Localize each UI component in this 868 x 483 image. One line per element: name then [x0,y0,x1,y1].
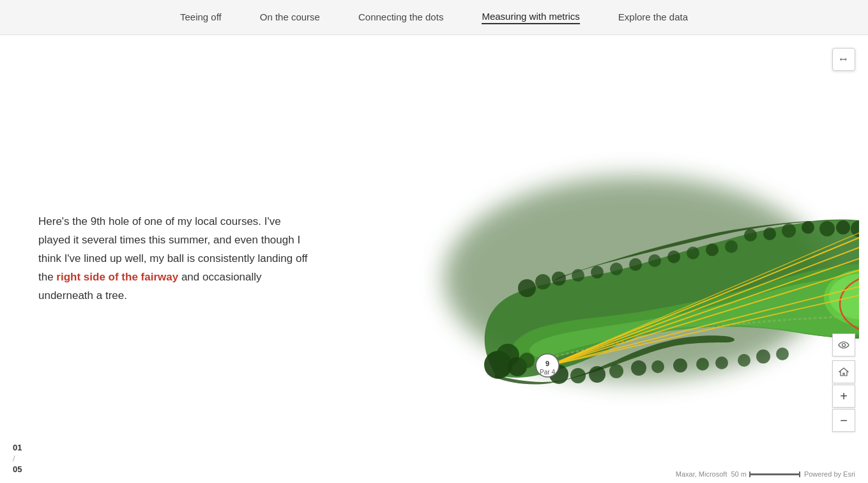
svg-point-9 [836,220,850,234]
svg-point-49 [706,243,719,256]
zoom-in-button[interactable]: + [832,385,855,408]
svg-point-47 [667,250,680,263]
maxar-attribution: Maxar, Microsoft [676,470,727,478]
nav-explore-the-data[interactable]: Explore the data [618,12,688,24]
svg-point-76 [842,344,846,347]
svg-point-28 [738,354,750,367]
layers-button[interactable] [832,334,855,356]
svg-point-45 [629,258,642,271]
svg-point-22 [609,364,623,378]
svg-point-27 [715,356,728,369]
svg-point-30 [776,348,789,360]
map-controls-group: + − [832,334,855,432]
svg-text:Par 4: Par 4 [540,369,555,376]
svg-point-24 [651,360,664,373]
slide-divider: / [13,454,15,463]
scale-bar: 50 m [731,470,800,478]
nav-measuring-with-metrics[interactable]: Measuring with metrics [482,11,579,24]
main-navigation: Teeing off On the course Connecting the … [0,0,868,35]
description-highlight: right side of the fairway [56,271,178,283]
svg-point-39 [518,279,536,297]
svg-point-46 [648,254,661,267]
svg-point-21 [589,366,605,383]
nav-on-the-course[interactable]: On the course [260,12,320,24]
svg-text:9: 9 [545,359,549,367]
svg-point-29 [756,349,770,364]
scale-label: 50 m [731,470,746,478]
svg-point-10 [819,221,835,236]
svg-point-48 [687,247,699,259]
svg-point-25 [673,358,687,372]
svg-point-13 [763,227,776,240]
svg-point-23 [631,360,646,376]
svg-point-11 [802,221,814,234]
svg-point-18 [519,353,535,368]
powered-by: Powered by Esri [804,470,855,478]
scale-line-bar [749,473,800,475]
nav-teeing-off[interactable]: Teeing off [180,12,222,24]
main-content: Here's the 9th hole of one of my local c… [0,35,868,483]
svg-point-12 [782,224,796,238]
description: Here's the 9th hole of one of my local c… [38,213,313,305]
svg-point-40 [535,274,551,289]
map-panel[interactable]: 9 Par 4 9 ⤢ + − [351,35,868,483]
map-attribution: Maxar, Microsoft 50 m Powered by Esri [676,470,855,478]
expand-icon: ⤢ [837,53,850,66]
home-button[interactable] [832,360,855,383]
svg-point-43 [591,266,604,279]
svg-point-26 [696,358,709,371]
zoom-out-button[interactable]: − [832,409,855,432]
expand-button[interactable]: ⤢ [832,48,855,71]
svg-point-50 [725,240,738,253]
slide-total: 05 [13,464,22,474]
svg-point-44 [610,263,623,275]
svg-point-42 [572,269,584,282]
golf-course-map: 9 Par 4 9 [361,61,859,457]
slide-counter: 01 / 05 [13,443,22,475]
nav-connecting-the-dots[interactable]: Connecting the dots [358,12,443,24]
bottom-bar: 01 / 05 Maxar, Microsoft 50 m Powered by… [0,448,868,483]
text-panel: Here's the 9th hole of one of my local c… [0,35,351,483]
svg-point-41 [552,272,566,286]
svg-point-20 [570,368,586,383]
svg-point-14 [744,229,757,241]
slide-current: 01 [13,443,22,452]
